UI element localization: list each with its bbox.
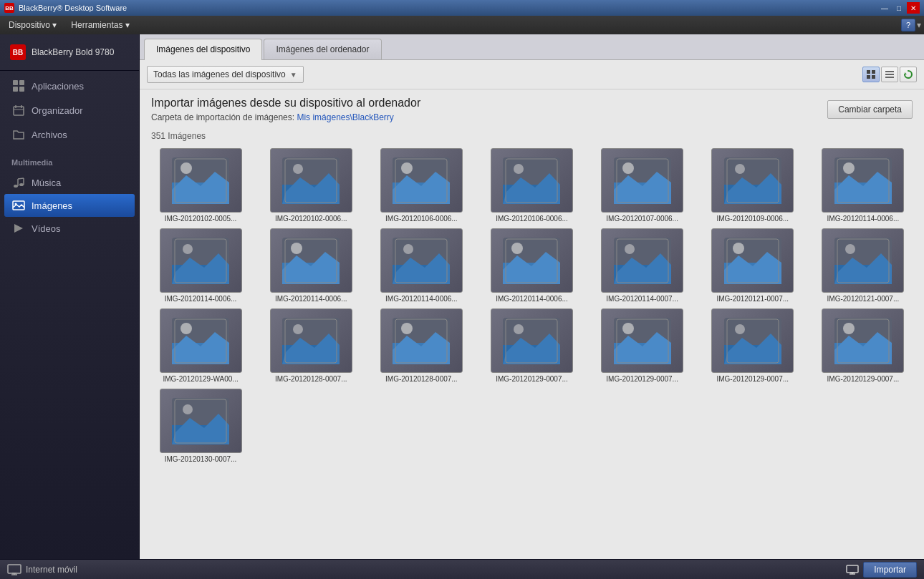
import-header: Importar imágenes desde su dispositivo a… <box>151 97 913 122</box>
image-thumbnail[interactable] <box>822 228 904 293</box>
svg-point-67 <box>291 243 302 254</box>
image-name: IMG-20120128-0007... <box>275 375 347 383</box>
image-item-1[interactable]: IMG-20120102-0005... <box>148 148 253 223</box>
device-item[interactable]: BB BlackBerry Bold 9780 <box>4 40 135 64</box>
image-thumbnail[interactable] <box>160 228 242 293</box>
filter-dropdown[interactable]: Todas las imágenes del dispositivo ▼ <box>147 66 304 83</box>
import-path-link[interactable]: Mis imágenes\BlackBerry <box>297 112 393 122</box>
aplicaciones-label: Aplicaciones <box>32 81 84 92</box>
image-thumbnail[interactable] <box>491 308 573 373</box>
image-item-15[interactable]: IMG-20120129-WA00... <box>148 308 253 383</box>
image-name: IMG-20120129-WA00... <box>163 375 238 383</box>
menu-bar: Dispositivo ▾ Herramientas ▾ ? ▾ <box>0 16 924 34</box>
import-button[interactable]: Importar <box>863 562 917 578</box>
image-item-3[interactable]: IMG-20120106-0006... <box>369 148 473 223</box>
grid-wrapper[interactable]: IMG-20120102-0005... IMG-20120102-0006..… <box>140 145 924 559</box>
image-thumbnail[interactable] <box>711 148 794 213</box>
archivos-icon <box>11 127 26 142</box>
image-name: IMG-20120130-0007... <box>165 455 237 463</box>
status-bar: Internet móvil Importar <box>0 559 924 579</box>
dropdown-arrow-icon: ▼ <box>290 71 297 79</box>
svg-point-9 <box>19 183 24 186</box>
image-thumbnail[interactable] <box>601 308 683 373</box>
image-thumbnail[interactable] <box>270 148 352 213</box>
image-thumbnail[interactable] <box>270 228 352 293</box>
sidebar-item-organizador[interactable]: Organizador <box>4 98 135 122</box>
image-item-9[interactable]: IMG-20120114-0006... <box>259 228 363 303</box>
image-thumbnail[interactable] <box>711 308 794 373</box>
maximize-button[interactable]: □ <box>892 2 905 14</box>
help-button[interactable]: ? <box>901 19 915 31</box>
image-name: IMG-20120102-0006... <box>275 215 347 223</box>
image-thumbnail[interactable] <box>160 389 242 453</box>
import-path: Carpeta de importación de imágenes: Mis … <box>151 112 420 122</box>
image-item-8[interactable]: IMG-20120114-0006... <box>148 228 253 303</box>
title-bar-title: BlackBerry® Desktop Software <box>19 4 127 12</box>
tab-computer-images[interactable]: Imágenes del ordenador <box>264 39 381 59</box>
image-item-7[interactable]: IMG-20120114-0006... <box>811 148 915 223</box>
svg-rect-20 <box>885 71 894 72</box>
image-thumbnail[interactable] <box>822 148 904 213</box>
image-thumbnail[interactable] <box>380 308 463 373</box>
image-thumbnail[interactable] <box>822 308 904 373</box>
image-item-12[interactable]: IMG-20120114-0007... <box>590 228 695 303</box>
menu-herramientas[interactable]: Herramientas ▾ <box>65 18 135 32</box>
image-thumbnail[interactable] <box>380 228 463 293</box>
image-item-17[interactable]: IMG-20120128-0007... <box>369 308 473 383</box>
image-item-19[interactable]: IMG-20120129-0007... <box>590 308 695 383</box>
menu-dispositivo[interactable]: Dispositivo ▾ <box>3 18 62 32</box>
image-item-6[interactable]: IMG-20120109-0006... <box>701 148 805 223</box>
videos-label: Vídeos <box>32 223 60 234</box>
image-thumbnail[interactable] <box>601 148 683 213</box>
svg-rect-0 <box>13 80 18 85</box>
import-title: Importar imágenes desde su dispositivo a… <box>151 97 420 110</box>
image-thumbnail[interactable] <box>270 308 352 373</box>
image-thumbnail[interactable] <box>160 148 242 213</box>
image-item-4[interactable]: IMG-20120106-0006... <box>479 148 584 223</box>
image-thumbnail[interactable] <box>491 148 573 213</box>
image-item-21[interactable]: IMG-20120129-0007... <box>811 308 915 383</box>
image-item-14[interactable]: IMG-20120121-0007... <box>811 228 915 303</box>
image-thumbnail[interactable] <box>601 228 683 293</box>
svg-line-12 <box>18 178 24 179</box>
image-item-13[interactable]: IMG-20120121-0007... <box>701 228 805 303</box>
image-item-22[interactable]: IMG-20120130-0007... <box>148 389 253 463</box>
svg-marker-23 <box>905 72 907 74</box>
svg-rect-17 <box>872 70 875 74</box>
view-controls <box>862 67 917 82</box>
musica-label: Música <box>32 177 61 188</box>
title-bar-controls: — □ ✕ <box>878 2 920 14</box>
image-name: IMG-20120114-0006... <box>496 295 568 303</box>
image-item-10[interactable]: IMG-20120114-0006... <box>369 228 473 303</box>
image-item-5[interactable]: IMG-20120107-0006... <box>590 148 695 223</box>
images-count: 351 Imágenes <box>140 127 924 145</box>
image-item-18[interactable]: IMG-20120129-0007... <box>479 308 584 383</box>
aplicaciones-icon <box>11 79 26 93</box>
list-view-button[interactable] <box>881 67 898 82</box>
tab-device-images[interactable]: Imágenes del dispositivo <box>144 39 262 59</box>
image-item-2[interactable]: IMG-20120102-0006... <box>259 148 363 223</box>
change-folder-button[interactable]: Cambiar carpeta <box>827 100 913 119</box>
grid-view-button[interactable] <box>862 67 880 82</box>
image-thumbnail[interactable] <box>160 308 242 373</box>
image-item-20[interactable]: IMG-20120129-0007... <box>701 308 805 383</box>
image-item-16[interactable]: IMG-20120128-0007... <box>259 308 363 383</box>
svg-point-122 <box>735 324 745 334</box>
image-item-11[interactable]: IMG-20120114-0006... <box>479 228 584 303</box>
svg-point-62 <box>183 244 193 254</box>
title-bar-left: BB BlackBerry® Desktop Software <box>4 3 127 13</box>
minimize-button[interactable]: — <box>878 2 891 14</box>
image-thumbnail[interactable] <box>711 228 794 293</box>
sidebar-item-archivos[interactable]: Archivos <box>4 122 135 147</box>
refresh-button[interactable] <box>900 67 917 82</box>
sidebar-item-imagenes[interactable]: Imágenes <box>4 194 135 217</box>
image-thumbnail[interactable] <box>491 228 573 293</box>
image-thumbnail[interactable] <box>380 148 463 213</box>
sidebar-item-videos[interactable]: Vídeos <box>4 217 135 240</box>
svg-point-32 <box>293 164 303 174</box>
svg-rect-3 <box>19 87 24 92</box>
sidebar-item-musica[interactable]: Música <box>4 171 135 194</box>
svg-point-82 <box>625 244 635 254</box>
close-button[interactable]: ✕ <box>907 2 920 14</box>
sidebar-item-aplicaciones[interactable]: Aplicaciones <box>4 74 135 98</box>
